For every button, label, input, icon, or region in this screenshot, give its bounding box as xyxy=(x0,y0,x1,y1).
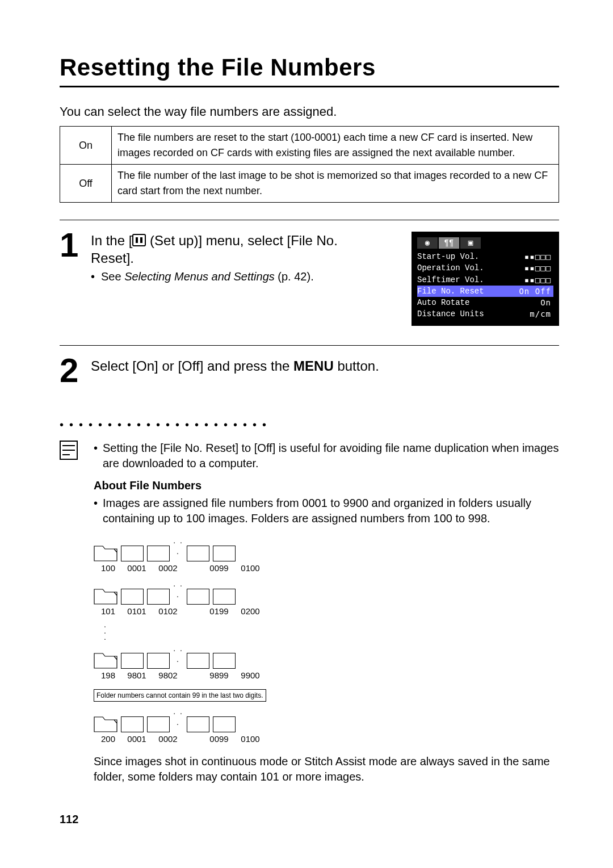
onoff-table: On The file numbers are reset to the sta… xyxy=(60,126,559,203)
menu-row: Start-up Vol.▪▪□□□ xyxy=(417,251,553,262)
page-title: Resetting the File Numbers xyxy=(60,54,559,87)
menu-row: Operation Vol.▪▪□□□ xyxy=(417,262,553,274)
menu-screenshot: ◉ ¶¶ ▣ Start-up Vol.▪▪□□□Operation Vol.▪… xyxy=(412,232,559,326)
menu-tab-setup-icon: ¶¶ xyxy=(439,237,459,249)
step-2-number: 2 xyxy=(60,357,82,384)
folders-diagram: . . .1000001000200990100. . .10101010102… xyxy=(94,535,559,745)
step-1-title: In the [ (Set up)] menu, select [File No… xyxy=(91,232,363,267)
note-text: Setting the [File No. Reset] to [Off] is… xyxy=(94,441,559,471)
step-1-number: 1 xyxy=(60,232,82,259)
off-label: Off xyxy=(60,165,112,203)
note-icon xyxy=(60,441,78,460)
step-1: 1 In the [ (Set up)] menu, select [File … xyxy=(60,232,559,331)
intro-text: You can select the way file numbers are … xyxy=(60,104,559,119)
menu-tab-camera-icon: ◉ xyxy=(417,237,438,249)
note-row: Setting the [File No. Reset] to [Off] is… xyxy=(60,441,559,471)
on-label: On xyxy=(60,127,112,165)
setup-icon xyxy=(132,234,146,246)
menu-row: File No. ResetOn Off xyxy=(417,286,553,297)
step-2: 2 Select [On] or [Off] and press the MEN… xyxy=(60,357,559,384)
menu-tab-mycamera-icon: ▣ xyxy=(460,237,481,249)
menu-row: Distance Unitsm/cm xyxy=(417,308,553,320)
on-desc: The file numbers are reset to the start … xyxy=(112,127,559,165)
about-trailer: Since images shot in continuous mode or … xyxy=(94,754,559,785)
step-2-title: Select [On] or [Off] and press the MENU … xyxy=(91,357,559,375)
step-1-sub: See Selecting Menus and Settings (p. 42)… xyxy=(91,270,363,283)
about-heading: About File Numbers xyxy=(94,479,559,492)
folder-note: Folder numbers cannot contain 99 in the … xyxy=(94,689,266,702)
about-para: Images are assigned file numbers from 00… xyxy=(94,496,559,526)
menu-row: Selftimer Vol.▪▪□□□ xyxy=(417,274,553,286)
dotted-divider: •••••••••••••••••••••• xyxy=(60,418,559,431)
page-number: 112 xyxy=(60,813,559,826)
menu-row: Auto RotateOn xyxy=(417,297,553,308)
off-desc: The file number of the last image to be … xyxy=(112,165,559,203)
